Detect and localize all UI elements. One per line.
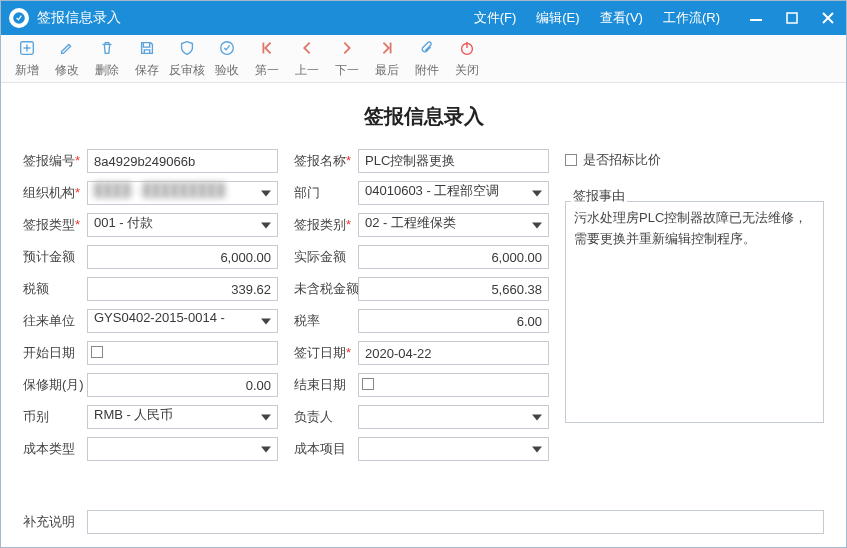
window-title: 签报信息录入: [37, 9, 121, 27]
input-suppl[interactable]: [87, 510, 824, 534]
label-vendor: 往来单位: [23, 312, 87, 330]
input-actual[interactable]: [358, 245, 549, 269]
label-name: 签报名称*: [294, 152, 358, 170]
minimize-button[interactable]: [738, 1, 774, 35]
first-button[interactable]: 第一: [247, 37, 287, 81]
edit-button[interactable]: 修改: [47, 37, 87, 81]
input-code[interactable]: [87, 149, 278, 173]
reason-group: 签报事由 污水处理房PLC控制器故障已无法维修，需要更换并重新编辑控制程序。: [565, 178, 824, 423]
select-currency[interactable]: RMB - 人民币: [87, 405, 278, 429]
label-actual: 实际金额: [294, 248, 358, 266]
label-rate: 税率: [294, 312, 358, 330]
chevron-down-icon: [532, 415, 542, 421]
input-tax[interactable]: [87, 277, 278, 301]
label-end: 结束日期: [294, 376, 358, 394]
label-org: 组织机构*: [23, 184, 87, 202]
chevron-down-icon: [532, 447, 542, 453]
label-owner: 负责人: [294, 408, 358, 426]
menu-workflow[interactable]: 工作流(R): [653, 1, 730, 35]
input-start-date[interactable]: [87, 341, 278, 365]
select-vendor[interactable]: GYS0402-2015-0014 -: [87, 309, 278, 333]
select-type[interactable]: 001 - 付款: [87, 213, 278, 237]
attach-button[interactable]: 附件: [407, 37, 447, 81]
label-bidding: 是否招标比价: [583, 151, 661, 169]
close-window-button[interactable]: [810, 1, 846, 35]
prev-icon: [298, 39, 316, 60]
window-controls: [738, 1, 846, 35]
supplement-row: 补充说明: [23, 510, 824, 534]
menu-view[interactable]: 查看(V): [590, 1, 653, 35]
label-start: 开始日期: [23, 344, 87, 362]
label-cat: 签报类别*: [294, 216, 358, 234]
input-est[interactable]: [87, 245, 278, 269]
accept-button[interactable]: 验收: [207, 37, 247, 81]
label-costitem: 成本项目: [294, 440, 358, 458]
label-suppl: 补充说明: [23, 513, 87, 531]
mid-column: 签报名称* 部门04010603 - 工程部空调 签报类别*02 - 工程维保类…: [294, 148, 549, 468]
floppy-icon: [138, 39, 156, 60]
chevron-down-icon: [532, 223, 542, 229]
last-button[interactable]: 最后: [367, 37, 407, 81]
shield-icon: [178, 39, 196, 60]
power-icon: [458, 39, 476, 60]
select-cat[interactable]: 02 - 工程维保类: [358, 213, 549, 237]
bidding-checkbox-row[interactable]: 是否招标比价: [565, 148, 824, 172]
input-rate[interactable]: [358, 309, 549, 333]
app-icon: [9, 8, 29, 28]
label-sign: 签订日期*: [294, 344, 358, 362]
check-icon: [218, 39, 236, 60]
trash-icon: [98, 39, 116, 60]
next-button[interactable]: 下一: [327, 37, 367, 81]
save-button[interactable]: 保存: [127, 37, 167, 81]
label-tax: 税额: [23, 280, 87, 298]
select-costtype[interactable]: [87, 437, 278, 461]
select-org[interactable]: ████ - █████████: [87, 181, 278, 205]
delete-button[interactable]: 删除: [87, 37, 127, 81]
maximize-button[interactable]: [774, 1, 810, 35]
menu-file[interactable]: 文件(F): [464, 1, 527, 35]
input-notax[interactable]: [358, 277, 549, 301]
input-end-date[interactable]: [358, 373, 549, 397]
close-button[interactable]: 关闭: [447, 37, 487, 81]
pencil-icon: [58, 39, 76, 60]
label-dept: 部门: [294, 184, 358, 202]
menu-edit[interactable]: 编辑(E): [526, 1, 589, 35]
new-button[interactable]: 新增: [7, 37, 47, 81]
main-area: 签报信息录入 签报编号* 组织机构*████ - █████████ 签报类型*…: [1, 83, 846, 547]
input-warranty[interactable]: [87, 373, 278, 397]
next-icon: [338, 39, 356, 60]
label-code: 签报编号*: [23, 152, 87, 170]
clip-icon: [418, 39, 436, 60]
first-icon: [258, 39, 276, 60]
chevron-down-icon: [261, 191, 271, 197]
checkbox-end[interactable]: [362, 378, 374, 390]
select-costitem[interactable]: [358, 437, 549, 461]
input-sign-date[interactable]: [358, 341, 549, 365]
toolbar: 新增修改删除保存反审核验收第一上一下一最后附件关闭: [1, 35, 846, 83]
select-dept[interactable]: 04010603 - 工程部空调: [358, 181, 549, 205]
svg-rect-2: [787, 13, 797, 23]
chevron-down-icon: [261, 447, 271, 453]
reaudit-button[interactable]: 反审核: [167, 37, 207, 81]
chevron-down-icon: [261, 223, 271, 229]
chevron-down-icon: [261, 319, 271, 325]
checkbox-bidding[interactable]: [565, 154, 577, 166]
label-currency: 币别: [23, 408, 87, 426]
last-icon: [378, 39, 396, 60]
chevron-down-icon: [261, 415, 271, 421]
label-warranty: 保修期(月): [23, 376, 87, 394]
plus-icon: [18, 39, 36, 60]
prev-button[interactable]: 上一: [287, 37, 327, 81]
chevron-down-icon: [532, 191, 542, 197]
input-name[interactable]: [358, 149, 549, 173]
left-column: 签报编号* 组织机构*████ - █████████ 签报类型*001 - 付…: [23, 148, 278, 468]
label-type: 签报类型*: [23, 216, 87, 234]
label-notax: 未含税金额: [294, 280, 358, 298]
select-owner[interactable]: [358, 405, 549, 429]
checkbox-start[interactable]: [91, 346, 103, 358]
menubar: 文件(F) 编辑(E) 查看(V) 工作流(R): [464, 1, 730, 35]
page-title: 签报信息录入: [23, 103, 824, 130]
textarea-reason[interactable]: 污水处理房PLC控制器故障已无法维修，需要更换并重新编辑控制程序。: [565, 201, 824, 423]
app-window: 签报信息录入 文件(F) 编辑(E) 查看(V) 工作流(R) 新增修改删除保存…: [0, 0, 847, 548]
label-reason: 签报事由: [571, 187, 627, 205]
